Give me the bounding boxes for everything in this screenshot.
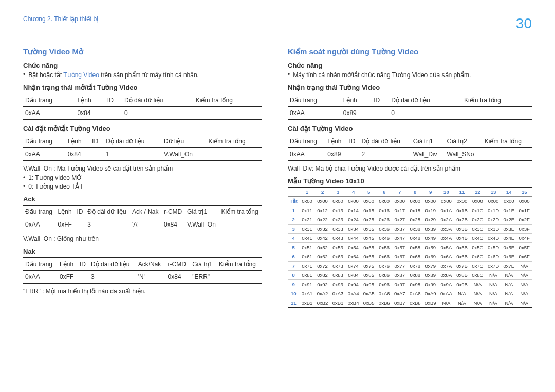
matrix-cell: 0x1D (486, 206, 502, 215)
matrix-cell: 0x6F (516, 252, 532, 262)
matrix-cell: 0x35 (361, 225, 377, 234)
matrix-cell: 0x00 (454, 197, 470, 206)
matrix-col-header: 2 (315, 188, 330, 197)
matrix-cell: 0x00 (408, 197, 423, 206)
matrix-cell: 0x65 (361, 252, 377, 262)
matrix-cell: 0x7D (486, 262, 502, 271)
matrix-cell: 0x79 (423, 262, 438, 271)
matrix-cell: 0x38 (408, 225, 423, 234)
matrix-cell: 0x5F (516, 243, 532, 252)
matrix-cell: 0x96 (377, 280, 392, 289)
matrix-row: 20x210x220x230x240x250x260x270x280x290x2… (288, 215, 532, 225)
matrix-cell: 0x5B (454, 243, 470, 252)
matrix-cell: 0xB9 (423, 298, 438, 308)
bullet-item: •1: Tường video MỞ (23, 174, 262, 181)
matrix-cell: 0x95 (361, 280, 377, 289)
matrix-cell: 0x36 (377, 225, 392, 234)
matrix-cell: 0x48 (408, 234, 423, 243)
matrix-cell: 0x97 (392, 280, 408, 289)
matrix-cell: 0x63 (330, 252, 346, 262)
subheading: Cài đặt mở/tắt Tường Video (23, 125, 262, 133)
matrix-cell: 0x3F (516, 225, 532, 234)
matrix-cell: 0x51 (300, 243, 315, 252)
subheading: Nhận trạng thái mở/tắt Tường Video (23, 84, 262, 91)
matrix-col-header: 4 (346, 188, 361, 197)
matrix-cell: N/A (470, 298, 486, 308)
matrix-cell: 0x6E (501, 252, 516, 262)
matrix-cell: 8 (288, 271, 300, 280)
matrix-col-header: 14 (501, 188, 516, 197)
matrix-cell: 0x14 (346, 206, 361, 215)
matrix-cell: N/A (486, 280, 502, 289)
matrix-cell: 0xA5 (361, 289, 377, 298)
matrix-cell: 0x61 (300, 252, 315, 262)
matrix-cell: 0x77 (392, 262, 408, 271)
matrix-cell: 0x3D (486, 225, 502, 234)
matrix-cell: 0xAA (438, 289, 454, 298)
matrix-cell: 0x81 (300, 271, 315, 280)
matrix-cell: 0x6B (454, 252, 470, 262)
matrix-cell: 0x98 (408, 280, 423, 289)
matrix-cell: 0x74 (346, 262, 361, 271)
table-set-status-right: Đầu trangLệnhIDĐộ dài dữ liệuGiá trị1Giá… (288, 135, 532, 161)
matrix-cell: 0x7E (501, 262, 516, 271)
matrix-cell: 0xA4 (346, 289, 361, 298)
matrix-cell: 0x4F (516, 234, 532, 243)
matrix-cell: 0xA3 (330, 289, 346, 298)
matrix-cell: 0xA6 (377, 289, 392, 298)
matrix-cell: 0x67 (392, 252, 408, 262)
matrix-cell: 0x76 (377, 262, 392, 271)
matrix-cell: 0x25 (361, 215, 377, 225)
matrix-row: 110xB10xB20xB30xB40xB50xB60xB70xB80xB9N/… (288, 298, 532, 308)
matrix-row: 100xA10xA20xA30xA40xA50xA60xA70xA80xA90x… (288, 289, 532, 298)
matrix-cell: 0x4E (501, 234, 516, 243)
matrix-cell: 0x3C (470, 225, 486, 234)
matrix-cell: N/A (516, 280, 532, 289)
matrix-cell: 0x00 (361, 197, 377, 206)
matrix-cell: 0x2E (501, 215, 516, 225)
matrix-cell: 0x6D (486, 252, 502, 262)
matrix-row: 50x510x520x530x540x550x560x570x580x590x5… (288, 243, 532, 252)
matrix-cell: 0x87 (392, 271, 408, 280)
matrix-table: 123456789101112131415 Tắt0x000x000x000x0… (288, 187, 532, 308)
matrix-cell: 9 (288, 280, 300, 289)
matrix-cell: N/A (438, 298, 454, 308)
matrix-cell: 0x3A (438, 225, 454, 234)
matrix-cell: 0x23 (330, 215, 346, 225)
matrix-cell: 0xB7 (392, 298, 408, 308)
matrix-cell: 0xA2 (315, 289, 330, 298)
matrix-cell: 0x94 (346, 280, 361, 289)
matrix-cell: 4 (288, 234, 300, 243)
matrix-cell: 0x6A (438, 252, 454, 262)
matrix-cell: 0xB5 (361, 298, 377, 308)
matrix-cell: 0x21 (300, 215, 315, 225)
matrix-cell: 0x1C (470, 206, 486, 215)
matrix-cell: N/A (516, 289, 532, 298)
matrix-cell: 0x29 (423, 215, 438, 225)
matrix-cell: 7 (288, 262, 300, 271)
matrix-cell: 0x43 (330, 234, 346, 243)
matrix-cell: 0x2A (438, 215, 454, 225)
matrix-cell: 0x27 (392, 215, 408, 225)
matrix-col-header: 12 (470, 188, 486, 197)
matrix-cell: 0x1A (438, 206, 454, 215)
matrix-cell: 0x3E (501, 225, 516, 234)
table-get-status-right: Đầu trangLệnhIDĐộ dài dữ liệuKiểm tra tổ… (288, 94, 532, 120)
matrix-cell: 0x32 (315, 225, 330, 234)
matrix-cell: 0x5A (438, 243, 454, 252)
matrix-cell: 0x59 (423, 243, 438, 252)
matrix-col-header (288, 188, 300, 197)
matrix-cell: N/A (501, 280, 516, 289)
matrix-cell: 0x78 (408, 262, 423, 271)
matrix-cell: 0x53 (330, 243, 346, 252)
matrix-cell: 0xB6 (377, 298, 392, 308)
matrix-cell: 0x71 (300, 262, 315, 271)
matrix-cell: N/A (486, 298, 502, 308)
matrix-cell: N/A (501, 298, 516, 308)
matrix-cell: N/A (516, 262, 532, 271)
matrix-row: 60x610x620x630x640x650x660x670x680x690x6… (288, 252, 532, 262)
matrix-row: 80x810x820x830x840x850x860x870x880x890x8… (288, 271, 532, 280)
matrix-cell: 0x55 (361, 243, 377, 252)
matrix-cell: 0x8C (470, 271, 486, 280)
matrix-cell: 0xA8 (408, 289, 423, 298)
